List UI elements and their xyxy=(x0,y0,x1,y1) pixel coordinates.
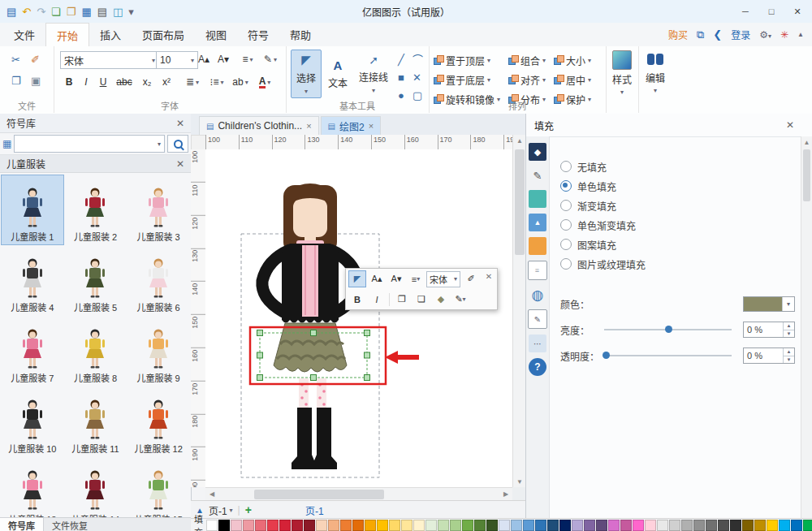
vertical-scroll-thumb[interactable] xyxy=(515,149,525,255)
fill-option-radio[interactable]: 渐变填充 xyxy=(560,198,616,213)
palette-color-swatch[interactable] xyxy=(231,520,242,531)
palette-color-swatch[interactable] xyxy=(559,520,571,531)
export-icon[interactable]: ◫ xyxy=(113,6,123,17)
palette-color-swatch[interactable] xyxy=(730,520,741,531)
palette-color-swatch[interactable] xyxy=(352,520,364,531)
palette-color-swatch[interactable] xyxy=(645,520,656,531)
export-image-icon[interactable]: ⧉ xyxy=(697,28,704,41)
undo-icon[interactable]: ↶ xyxy=(22,6,31,17)
palette-color-swatch[interactable] xyxy=(377,520,388,531)
palette-color-swatch[interactable] xyxy=(218,520,230,531)
palette-color-swatch[interactable] xyxy=(389,520,400,531)
fill-option-radio[interactable]: 图片或纹理填充 xyxy=(560,257,646,271)
palette-color-swatch[interactable] xyxy=(316,520,327,531)
close-symbol-section-icon[interactable]: ✕ xyxy=(176,158,184,170)
line-format-icon[interactable]: ✎ xyxy=(529,166,546,184)
help-icon[interactable]: ? xyxy=(529,358,546,376)
mini-toolbar-close-icon[interactable]: ✕ xyxy=(483,270,495,282)
symbol-search-combo[interactable]: ▾ xyxy=(14,135,165,153)
palette-color-swatch[interactable] xyxy=(462,520,473,531)
paste-icon[interactable]: ▣ xyxy=(31,76,41,86)
palette-color-swatch[interactable] xyxy=(413,520,425,531)
font-size-combo[interactable]: 10▾ xyxy=(156,51,198,69)
bold-button[interactable]: B xyxy=(62,74,76,90)
bullet-list-button[interactable]: ⁝≡▾ xyxy=(206,74,227,90)
mini-style-brush-icon[interactable]: ✐ xyxy=(462,270,480,287)
attachment-icon[interactable]: ✎ xyxy=(528,309,547,329)
palette-color-swatch[interactable] xyxy=(535,520,546,531)
close-tab-icon[interactable]: × xyxy=(306,121,311,131)
palette-color-swatch[interactable] xyxy=(742,520,754,531)
transparency-spinner[interactable]: 0 % ▲▼ xyxy=(743,348,795,364)
underline-button[interactable]: U xyxy=(96,74,110,90)
mini-duplicate-icon[interactable]: ❏ xyxy=(412,291,430,308)
palette-color-swatch[interactable] xyxy=(292,520,303,531)
palette-color-swatch[interactable] xyxy=(547,520,559,531)
library-grid-icon[interactable]: ▦ xyxy=(2,138,11,149)
login-button[interactable]: 登录 xyxy=(731,28,750,41)
format-painter-icon[interactable]: ✐ xyxy=(31,54,40,65)
align-text-button[interactable]: ≡▾ xyxy=(237,51,258,67)
palette-color-swatch[interactable] xyxy=(584,520,595,531)
close-symbol-library-icon[interactable]: ✕ xyxy=(176,118,184,129)
scroll-down-icon[interactable]: ▼ xyxy=(513,476,526,487)
palette-color-swatch[interactable] xyxy=(706,520,717,531)
palette-color-swatch[interactable] xyxy=(669,520,680,531)
palette-color-swatch[interactable] xyxy=(450,520,461,531)
symbol-item[interactable]: 儿童服装 3 xyxy=(127,175,190,245)
ribbon-tab[interactable]: 开始 xyxy=(45,23,89,47)
fill-option-radio[interactable]: 无填充 xyxy=(560,159,607,174)
maximize-button[interactable]: □ xyxy=(758,2,784,20)
share-icon[interactable]: ❮ xyxy=(713,28,722,41)
arrange-button[interactable]: 居中▾ xyxy=(554,73,591,87)
canvas-horizontal-scrollbar[interactable]: ◀ ▶ xyxy=(205,487,512,501)
connector-tool-button[interactable]: ➚ 连接线▾ xyxy=(354,50,393,98)
font-family-combo[interactable]: 宋体▾ xyxy=(60,51,159,69)
strikethrough-button[interactable]: abc xyxy=(114,74,135,90)
brightness-slider-knob[interactable] xyxy=(665,326,672,333)
font-color-button[interactable]: A▾ xyxy=(255,74,274,90)
palette-color-swatch[interactable] xyxy=(340,520,352,531)
palette-color-swatch[interactable] xyxy=(328,520,339,531)
arrange-button[interactable]: 置于顶层▾ xyxy=(434,54,500,67)
copy-icon[interactable]: ❐ xyxy=(11,76,21,86)
palette-color-swatch[interactable] xyxy=(279,520,291,531)
fill-option-radio[interactable]: 单色渐变填充 xyxy=(560,218,636,232)
symbol-item[interactable]: 儿童服装 1 xyxy=(1,175,64,245)
app-menu-icon[interactable]: ▤ xyxy=(6,6,16,17)
ribbon-tab[interactable]: 符号 xyxy=(237,23,279,46)
mini-select-icon[interactable]: ◤ xyxy=(348,270,366,287)
redo-icon[interactable]: ↷ xyxy=(37,6,45,17)
superscript-button[interactable]: x² xyxy=(158,74,175,90)
arrange-button[interactable]: 置于底层▾ xyxy=(434,73,500,87)
symbol-search-button[interactable] xyxy=(167,135,188,153)
scroll-up-icon[interactable]: ▲ xyxy=(513,135,526,146)
rectangle-shape-icon[interactable]: ■ xyxy=(398,72,404,83)
palette-color-swatch[interactable] xyxy=(499,520,510,531)
panel-scroll-up-icon[interactable]: ▲ xyxy=(801,136,812,148)
palette-color-swatch[interactable] xyxy=(791,520,802,531)
transparency-slider-knob[interactable] xyxy=(603,352,610,359)
quick-access-options-icon[interactable]: ▾ xyxy=(128,6,134,17)
palette-color-swatch[interactable] xyxy=(803,520,812,531)
palette-color-swatch[interactable] xyxy=(401,520,412,531)
page-menu[interactable]: 页-1▾ xyxy=(209,503,233,517)
symbol-item[interactable]: 儿童服装 6 xyxy=(127,245,190,316)
ribbon-tab[interactable]: 视图 xyxy=(195,23,237,46)
palette-color-swatch[interactable] xyxy=(243,520,254,531)
transparency-slider[interactable] xyxy=(604,355,732,356)
mini-decrease-font-button[interactable]: A▾ xyxy=(387,270,405,287)
document-tab[interactable]: ▤ 绘图2 × xyxy=(321,116,382,135)
palette-color-swatch[interactable] xyxy=(255,520,266,531)
ribbon-tab[interactable]: 插入 xyxy=(89,23,132,46)
arrange-button[interactable]: 大小▾ xyxy=(554,54,591,67)
left-panel-tab[interactable]: 符号库 xyxy=(0,518,44,531)
palette-color-swatch[interactable] xyxy=(718,520,729,531)
left-panel-tab[interactable]: 文件恢复 xyxy=(44,518,96,531)
palette-color-swatch[interactable] xyxy=(681,520,693,531)
palette-color-swatch[interactable] xyxy=(474,520,486,531)
add-page-button[interactable]: + xyxy=(245,503,252,516)
palette-color-swatch[interactable] xyxy=(206,520,218,531)
mini-increase-font-button[interactable]: A▴ xyxy=(368,270,386,287)
print-icon[interactable]: ▤ xyxy=(97,6,107,17)
